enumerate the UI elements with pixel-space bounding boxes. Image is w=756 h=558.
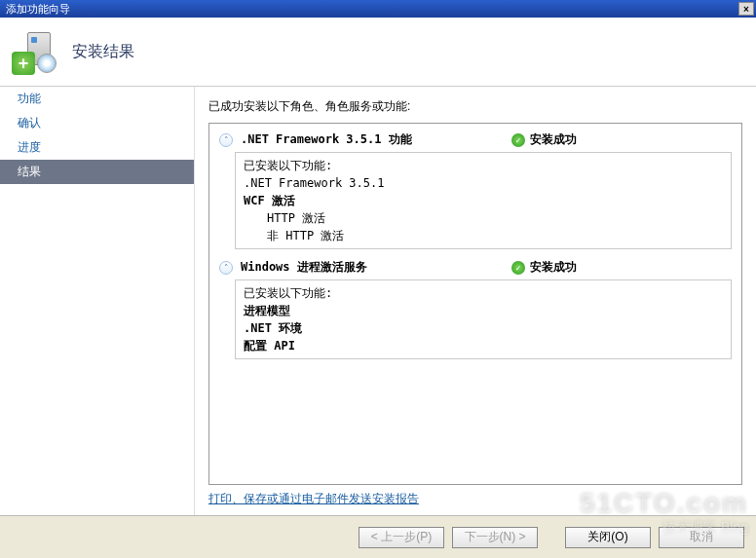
feature-item: 进程模型 (244, 302, 723, 319)
result-group-header[interactable]: ˄ .NET Framework 3.5.1 功能 ✓ 安装成功 (209, 130, 741, 152)
feature-item: HTTP 激活 (244, 209, 723, 227)
chevron-up-icon[interactable]: ˄ (219, 261, 233, 275)
close-icon: × (743, 4, 749, 15)
wizard-icon: + (12, 28, 58, 75)
content-pane: 已成功安装以下角色、角色服务或功能: ˄ .NET Framework 3.5.… (195, 87, 756, 515)
previous-button: < 上一步(P) (359, 527, 444, 548)
body-intro: 已安装以下功能: (244, 284, 723, 302)
result-group-header[interactable]: ˄ Windows 进程激活服务 ✓ 安装成功 (209, 257, 741, 279)
feature-item: 配置 API (244, 337, 723, 354)
report-link-row: 打印、保存或通过电子邮件发送安装报告 (208, 491, 742, 507)
sidebar-item-confirm[interactable]: 确认 (0, 111, 194, 135)
results-intro: 已成功安装以下角色、角色服务或功能: (208, 98, 742, 115)
disc-icon (37, 54, 57, 73)
page-title: 安装结果 (72, 42, 134, 62)
feature-item: 非 HTTP 激活 (244, 227, 723, 244)
result-group-title: .NET Framework 3.5.1 功能 (241, 131, 504, 148)
status-badge: ✓ 安装成功 (511, 259, 577, 276)
sidebar-item-results[interactable]: 结果 (0, 160, 194, 184)
report-link[interactable]: 打印、保存或通过电子邮件发送安装报告 (208, 492, 419, 505)
check-icon: ✓ (511, 133, 525, 147)
status-badge: ✓ 安装成功 (511, 131, 577, 148)
results-list[interactable]: ˄ .NET Framework 3.5.1 功能 ✓ 安装成功 已安装以下功能… (208, 123, 742, 485)
feature-item: WCF 激活 (244, 192, 723, 209)
feature-item: .NET Framework 3.5.1 (244, 174, 723, 192)
window-title: 添加功能向导 (6, 2, 70, 17)
close-button[interactable]: × (738, 2, 754, 16)
wizard-steps-sidebar: 功能 确认 进度 结果 (0, 87, 195, 515)
plus-icon: + (12, 52, 35, 75)
wizard-footer: < 上一步(P) 下一步(N) > 关闭(O) 取消 (0, 515, 756, 558)
next-button: 下一步(N) > (452, 527, 538, 548)
result-group-title: Windows 进程激活服务 (241, 259, 504, 276)
sidebar-item-features[interactable]: 功能 (0, 87, 194, 111)
status-text: 安装成功 (530, 259, 577, 276)
chevron-up-icon[interactable]: ˄ (219, 133, 233, 147)
close-wizard-button[interactable]: 关闭(O) (565, 527, 651, 548)
sidebar-item-progress[interactable]: 进度 (0, 135, 194, 160)
status-text: 安装成功 (530, 131, 577, 148)
wizard-header: + 安装结果 (0, 18, 756, 86)
cancel-button: 取消 (659, 527, 744, 548)
body-intro: 已安装以下功能: (244, 157, 723, 174)
result-group-body: 已安装以下功能: .NET Framework 3.5.1 WCF 激活 HTT… (235, 152, 732, 249)
titlebar: 添加功能向导 × (0, 0, 756, 18)
check-icon: ✓ (511, 261, 525, 275)
result-group-body: 已安装以下功能: 进程模型 .NET 环境 配置 API (235, 279, 732, 359)
feature-item: .NET 环境 (244, 319, 723, 337)
